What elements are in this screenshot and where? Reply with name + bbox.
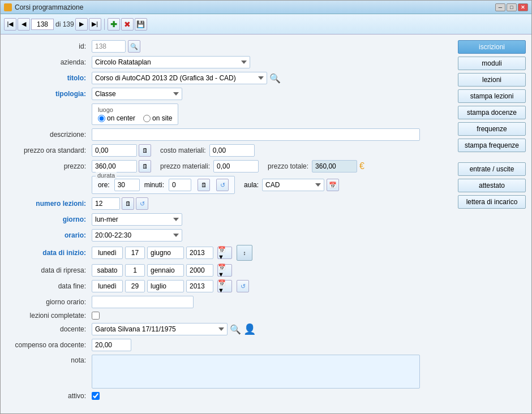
durata-refresh-icon[interactable]: ↺ <box>216 179 229 191</box>
giorno-orario-label: giorno orario: <box>10 298 92 306</box>
azienda-label: azienda: <box>10 58 92 66</box>
docente-person-icon[interactable]: 👤 <box>243 323 256 335</box>
id-field[interactable] <box>92 40 126 53</box>
save-record-button[interactable]: 💾 <box>135 18 147 31</box>
tipologia-select[interactable]: Classe <box>92 88 182 100</box>
moduli-button[interactable]: moduli <box>458 57 526 70</box>
stampa-docenze-button[interactable]: stampa docenze <box>458 106 526 119</box>
nota-textarea[interactable] <box>92 355 420 389</box>
luogo-box: luogo on center on site <box>92 104 178 125</box>
compenso-field[interactable] <box>92 339 131 351</box>
durata-calc-icon[interactable]: 🗓 <box>198 179 210 191</box>
data-inizio-calendar-icon[interactable]: 📅▼ <box>217 247 232 259</box>
num-lezioni-label: numero lezioni: <box>10 200 92 208</box>
luogo-onsite-label[interactable]: on site <box>143 114 172 122</box>
close-button[interactable]: ✕ <box>518 3 528 11</box>
new-record-button[interactable]: ✚ <box>108 18 120 31</box>
data-ripresa-label: data di ripresa: <box>10 266 92 274</box>
num-lezioni-field[interactable] <box>92 197 120 210</box>
main-window: Corsi programmazione ─ □ ✕ |◀ ◀ di 139 ▶… <box>0 0 532 414</box>
data-inizio-weekday[interactable] <box>92 247 123 259</box>
compenso-row: compenso ora docente: <box>10 339 443 351</box>
ore-label: ore: <box>98 181 110 189</box>
data-ripresa-year[interactable] <box>186 264 213 277</box>
giorno-select[interactable]: lun-mer <box>92 213 182 226</box>
window-icon <box>4 3 12 11</box>
giorno-orario-field[interactable] <box>92 296 194 308</box>
iscrizioni-button[interactable]: iscrizioni <box>458 40 526 54</box>
luogo-oncenter-label[interactable]: on center <box>98 114 135 122</box>
giorno-label: giorno: <box>10 215 92 223</box>
azienda-row: azienda: Circolo Ratataplan <box>10 56 443 68</box>
stampa-frequenze-button[interactable]: stampa frequenze <box>458 139 526 152</box>
prezzo-ora-row: prezzo ora standard: 🗓 costo materiali: <box>10 144 443 157</box>
descrizione-label: descrizione: <box>10 131 92 139</box>
delete-record-button[interactable]: ✖ <box>121 18 134 31</box>
id-search-button[interactable]: 🔍 <box>128 40 140 53</box>
minuti-field[interactable] <box>169 179 191 191</box>
data-fine-calendar-icon[interactable]: 📅▼ <box>217 280 232 292</box>
data-ripresa-month[interactable] <box>147 264 184 277</box>
lezioni-button[interactable]: lezioni <box>458 73 526 87</box>
data-ripresa-row: data di ripresa: 📅▼ <box>10 264 443 277</box>
data-inizio-row: data di inizio: 📅▼ ↕ <box>10 245 443 261</box>
data-inizio-month[interactable] <box>147 247 184 259</box>
last-record-button[interactable]: ▶| <box>89 18 101 31</box>
record-number-input[interactable] <box>31 19 54 30</box>
luogo-onsite-radio[interactable] <box>143 115 151 122</box>
next-record-button[interactable]: ▶ <box>75 18 88 31</box>
data-ripresa-day[interactable] <box>125 264 145 277</box>
prev-record-button[interactable]: ◀ <box>18 18 30 31</box>
toolbar: |◀ ◀ di 139 ▶ ▶| ✚ ✖ 💾 <box>1 14 531 34</box>
prezzo-calc-icon[interactable]: 🗓 <box>139 160 151 172</box>
attivo-checkbox[interactable] <box>92 392 100 400</box>
attivo-label: attivo: <box>10 392 92 400</box>
frequenze-button[interactable]: frequenze <box>458 122 526 136</box>
attestato-button[interactable]: attestato <box>458 179 526 192</box>
data-fine-day[interactable] <box>125 280 145 292</box>
orario-select[interactable]: 20:00-22:30 <box>92 229 182 241</box>
titolo-select[interactable]: Corso di AutoCAD 2013 2D (Grafica 3d - C… <box>92 72 267 84</box>
prezzo-materiali-field[interactable] <box>213 160 259 172</box>
window-controls: ─ □ ✕ <box>495 3 528 11</box>
aula-calendar-icon[interactable]: 📅 <box>327 179 339 191</box>
tipologia-label: tipologia: <box>10 90 92 98</box>
record-nav: di 139 <box>31 19 74 30</box>
azienda-select[interactable]: Circolo Ratataplan <box>92 56 250 68</box>
luogo-row: luogo on center on site <box>10 104 443 125</box>
data-fine-refresh-icon[interactable]: ↺ <box>237 280 249 292</box>
ore-field[interactable] <box>114 179 140 191</box>
prezzo-field[interactable] <box>92 160 137 172</box>
data-inizio-year[interactable] <box>186 247 213 259</box>
docente-select[interactable]: Garota Silvana 17/11/1975 <box>92 323 228 335</box>
stampa-lezioni-button[interactable]: stampa lezioni <box>458 89 526 103</box>
data-ripresa-weekday[interactable] <box>92 264 123 277</box>
first-record-button[interactable]: |◀ <box>4 18 16 31</box>
maximize-button[interactable]: □ <box>507 3 517 11</box>
data-fine-weekday[interactable] <box>92 280 123 292</box>
aula-select[interactable]: CAD <box>262 179 324 191</box>
num-lezioni-refresh-icon[interactable]: ↺ <box>136 197 148 210</box>
prezzo-ora-calc-icon[interactable]: 🗓 <box>139 144 151 157</box>
titolo-search-icon[interactable]: 🔍 <box>269 72 281 84</box>
lettera-incarico-button[interactable]: lettera di incarico <box>458 195 526 209</box>
spacer <box>458 155 526 159</box>
minimize-button[interactable]: ─ <box>495 3 505 11</box>
luogo-oncenter-radio[interactable] <box>98 115 105 122</box>
prezzo-ora-field[interactable] <box>92 144 137 157</box>
lezioni-completate-checkbox[interactable] <box>92 312 100 320</box>
descrizione-field[interactable] <box>92 128 420 141</box>
entrate-uscite-button[interactable]: entrate / uscite <box>458 162 526 176</box>
lezioni-completate-row: lezioni completate: <box>10 312 443 320</box>
data-fine-year[interactable] <box>186 280 213 292</box>
data-inizio-day[interactable] <box>125 247 145 259</box>
costo-materiali-field[interactable] <box>209 144 255 157</box>
costo-materiali-label: costo materiali: <box>160 146 206 154</box>
docente-search-icon[interactable]: 🔍 <box>229 323 242 335</box>
giorno-orario-row: giorno orario: <box>10 296 443 308</box>
num-lezioni-calc-icon[interactable]: 🗓 <box>122 197 134 210</box>
data-fine-month[interactable] <box>147 280 184 292</box>
docente-label: docente: <box>10 325 92 333</box>
data-inizio-sort-button[interactable]: ↕ <box>237 245 252 261</box>
data-ripresa-calendar-icon[interactable]: 📅▼ <box>217 264 232 277</box>
